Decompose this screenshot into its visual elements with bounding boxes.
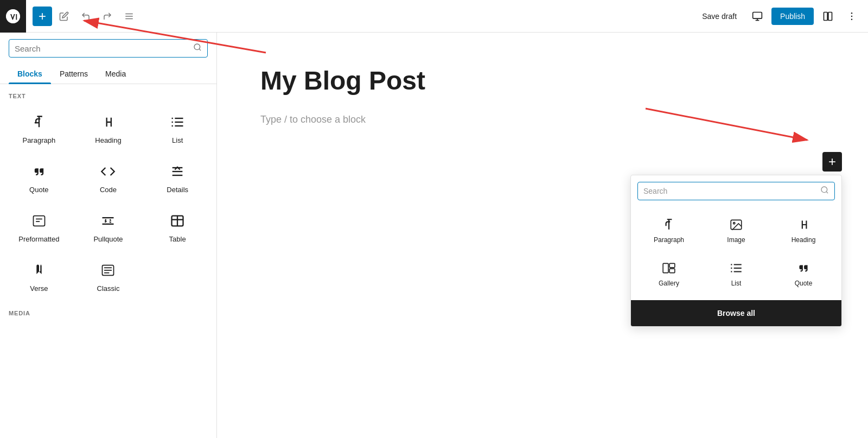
- block-label-code: Code: [100, 186, 117, 194]
- popup-image-icon: [729, 218, 743, 232]
- wp-logo: [0, 0, 26, 33]
- sidebar-search-box: [9, 39, 208, 58]
- list-view-button[interactable]: [119, 7, 139, 26]
- block-label-classic: Classic: [97, 284, 120, 293]
- block-item-details[interactable]: Details: [143, 153, 212, 202]
- svg-rect-46: [731, 268, 732, 269]
- svg-rect-23: [33, 216, 44, 226]
- browse-all-button[interactable]: Browse all: [631, 300, 841, 326]
- svg-point-11: [194, 44, 200, 50]
- block-item-list[interactable]: List: [143, 104, 212, 153]
- popup-search-box: [637, 182, 835, 200]
- post-placeholder[interactable]: Type / to choose a block: [260, 114, 825, 125]
- block-label-details: Details: [167, 186, 188, 194]
- save-draft-button[interactable]: Save draft: [695, 9, 743, 24]
- popup-block-item-quote[interactable]: Quote: [770, 252, 837, 296]
- popup-block-item-heading[interactable]: Heading: [770, 209, 837, 252]
- block-item-heading[interactable]: Heading: [74, 104, 143, 153]
- block-item-table[interactable]: Table: [143, 202, 212, 252]
- svg-point-35: [821, 187, 827, 193]
- block-label-heading: Heading: [95, 136, 121, 144]
- popup-block-label-quote: Quote: [795, 280, 813, 287]
- verse-icon: [29, 261, 49, 280]
- popup-list-icon: [729, 261, 743, 275]
- block-label-table: Table: [169, 235, 186, 243]
- svg-rect-17: [172, 118, 173, 119]
- popup-block-item-list[interactable]: List: [703, 252, 770, 296]
- popup-block-label-paragraph: Paragraph: [654, 236, 684, 244]
- block-item-code[interactable]: Code: [74, 153, 143, 202]
- block-item-paragraph[interactable]: Paragraph: [4, 104, 74, 153]
- tab-media[interactable]: Media: [97, 64, 135, 84]
- popup-heading-icon: [796, 218, 810, 232]
- popup-gallery-icon: [662, 261, 676, 275]
- floating-add-button[interactable]: +: [822, 152, 842, 172]
- classic-icon: [98, 261, 118, 280]
- sidebar-search-container: [0, 33, 216, 64]
- svg-rect-40: [669, 263, 675, 268]
- block-picker-popup: Paragraph Image: [630, 175, 842, 327]
- svg-rect-39: [663, 263, 668, 272]
- svg-point-8: [851, 12, 853, 14]
- category-text-label: TEXT: [0, 84, 216, 104]
- redo-button[interactable]: [98, 7, 117, 26]
- pullquote-icon: [98, 211, 118, 231]
- add-block-button[interactable]: +: [33, 7, 52, 26]
- code-icon: [98, 162, 118, 181]
- sidebar-search-input[interactable]: [15, 44, 189, 53]
- post-title: My Blog Post: [260, 65, 825, 97]
- popup-block-label-gallery: Gallery: [659, 280, 679, 287]
- sidebar-tabs: Blocks Patterns Media: [0, 64, 216, 84]
- main-layout: Blocks Patterns Media TEXT Paragraph: [0, 33, 868, 438]
- svg-line-12: [199, 49, 201, 50]
- category-media-label: MEDIA: [0, 301, 216, 321]
- toolbar-right: Save draft Publish: [695, 7, 861, 26]
- popup-search-input[interactable]: [643, 187, 816, 195]
- more-options-button[interactable]: [842, 7, 861, 26]
- tab-blocks[interactable]: Blocks: [9, 64, 51, 84]
- edit-button[interactable]: [54, 7, 74, 26]
- text-blocks-grid: Paragraph Heading: [0, 104, 216, 301]
- popup-search-icon: [820, 186, 829, 196]
- block-item-quote[interactable]: Quote: [4, 153, 74, 202]
- popup-block-item-image[interactable]: Image: [703, 209, 770, 252]
- svg-rect-3: [753, 12, 762, 18]
- undo-button[interactable]: [76, 7, 95, 26]
- svg-rect-13: [35, 122, 39, 123]
- svg-rect-7: [828, 12, 832, 20]
- svg-rect-19: [172, 125, 173, 126]
- block-label-list: List: [172, 136, 183, 144]
- svg-rect-41: [669, 269, 675, 273]
- block-item-verse[interactable]: Verse: [4, 252, 74, 301]
- toolbar: + Save draft: [0, 0, 868, 33]
- svg-point-9: [851, 15, 853, 17]
- svg-rect-45: [731, 264, 732, 265]
- popup-quote-icon: [796, 261, 810, 275]
- block-item-pullquote[interactable]: Pullquote: [74, 202, 143, 252]
- svg-line-36: [826, 192, 828, 193]
- popup-block-label-list: List: [731, 280, 742, 287]
- table-icon: [168, 211, 187, 231]
- sidebar-search-icon: [193, 43, 202, 54]
- content-area: My Blog Post Type / to choose a block +: [217, 33, 868, 438]
- popup-block-label-image: Image: [727, 236, 745, 244]
- block-item-classic[interactable]: Classic: [74, 252, 143, 301]
- popup-block-item-gallery[interactable]: Gallery: [635, 252, 703, 296]
- publish-button[interactable]: Publish: [771, 8, 814, 25]
- block-label-quote: Quote: [29, 186, 48, 194]
- popup-blocks-grid: Paragraph Image: [631, 205, 841, 300]
- block-label-preformatted: Preformatted: [18, 235, 59, 243]
- settings-sidebar-button[interactable]: [818, 7, 838, 26]
- preview-button[interactable]: [748, 7, 767, 26]
- block-label-verse: Verse: [30, 284, 48, 293]
- sidebar: Blocks Patterns Media TEXT Paragraph: [0, 33, 217, 438]
- block-label-pullquote: Pullquote: [93, 235, 123, 243]
- list-icon: [168, 112, 187, 132]
- svg-rect-18: [172, 122, 173, 123]
- tab-patterns[interactable]: Patterns: [51, 64, 97, 84]
- popup-block-item-paragraph[interactable]: Paragraph: [635, 209, 703, 252]
- paragraph-icon: [29, 112, 49, 132]
- svg-point-38: [733, 223, 735, 224]
- block-item-preformatted[interactable]: Preformatted: [4, 202, 74, 252]
- details-icon: [168, 162, 187, 181]
